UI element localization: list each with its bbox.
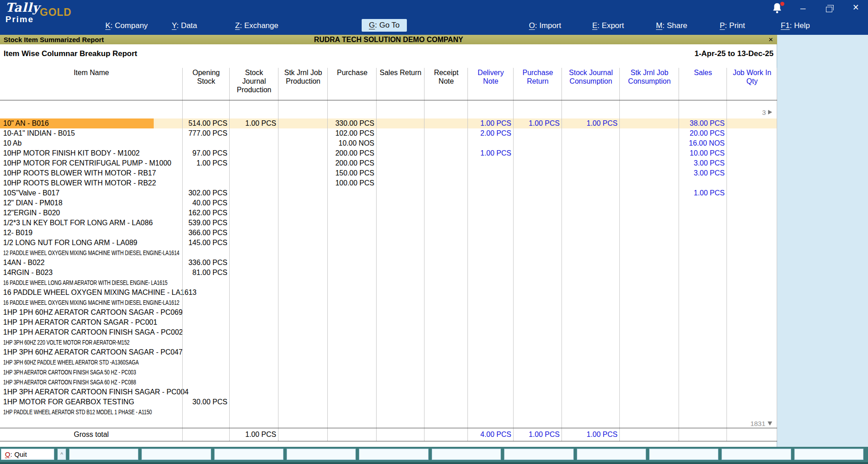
item-name-cell: 1/2*3 LN KEY BOLT FOR LONG ARM - LA086: [0, 218, 183, 228]
item-name: 1HP MOTOR FOR GEARBOX TESTING: [3, 398, 134, 406]
column-header-stock-journal-production: Stock Journal Production: [230, 68, 278, 99]
menu-go-to[interactable]: G:Go To: [362, 19, 407, 32]
menu-share[interactable]: M:Share: [656, 19, 687, 33]
empty-button-slot: [432, 449, 501, 460]
table-row[interactable]: 1HP PADDLE WHEEL AERATOR STD B12 MODEL 1…: [0, 407, 777, 417]
table-row[interactable]: 10HP MOTOR FOR CENTRIFUGAL PUMP - M10001…: [0, 158, 777, 168]
table-row[interactable]: 1HP 3PH 60HZ 220 VOLTE MOTOR FOR AERATOR…: [0, 337, 777, 347]
table-row[interactable]: 12 PADDLE WHEEL OXYGEN MIXING MACHINE WI…: [0, 248, 777, 258]
more-columns-count: 3: [762, 109, 766, 116]
item-name-cell: 10HP ROOTS BLOWER WITH MOTOR - RB17: [0, 168, 183, 178]
table-row[interactable]: 10HP ROOTS BLOWER WITH MOTOR - RB22100.0…: [0, 178, 777, 188]
cell-opening-stock: 40.00 PCS: [183, 198, 230, 208]
table-row[interactable]: 12" DIAN - PM01840.00 PCS: [0, 198, 777, 208]
cell-stock-journal-production: 1.00 PCS: [230, 118, 278, 128]
table-row[interactable]: 1/2*3 LN KEY BOLT FOR LONG ARM - LA08653…: [0, 218, 777, 228]
table-row[interactable]: 14AN - B022336.00 PCS: [0, 258, 777, 268]
gross-total-bottom-rule: [0, 441, 777, 441]
gross-cell-stock-journal-production: 1.00 PCS: [230, 428, 278, 440]
table-row[interactable]: 1HP 3PH 60HZ AERATOR CARTOON SAGAR - PC0…: [0, 347, 777, 357]
item-name: 16 PADDLE WHEEL OXYGEN MIXING MACHINE WI…: [3, 298, 179, 308]
cell-purchase: 200.00 PCS: [328, 158, 377, 168]
grid-line: [513, 68, 514, 441]
menu-help[interactable]: F1:Help: [781, 19, 810, 33]
menu-exchange[interactable]: Z:Exchange: [235, 19, 278, 33]
column-header-receipt-note: Receipt Note: [425, 68, 468, 99]
table-row[interactable]: 1HP 3PH 60HZ PADDLE WHEEL AERATOR STD -A…: [0, 357, 777, 367]
item-name: 1HP 1PH AERATOR CARTOON FINISH SAGA - PC…: [3, 328, 183, 336]
table-row[interactable]: 10-A1" INDIAN - B015777.00 PCS102.00 PCS…: [0, 128, 777, 138]
item-name-cell: 1HP 3PH 60HZ AERATOR CARTOON SAGAR - PC0…: [0, 347, 183, 357]
quit-button[interactable]: Q:Quit: [1, 449, 54, 460]
table-row[interactable]: 1HP 1PH 60HZ AERATOR CARTOON SAGAR - PC0…: [0, 308, 777, 317]
grid-line: [182, 68, 183, 441]
table-row[interactable]: 10 Ab10.00 NOS16.00 NOS: [0, 138, 777, 148]
item-name: 10-A1" INDIAN - B015: [3, 129, 75, 137]
empty-button-slot: [649, 449, 718, 460]
more-rows-count: 1831: [750, 420, 765, 427]
more-columns-indicator[interactable]: 3: [0, 108, 772, 117]
gross-total-top-rule: [0, 428, 777, 428]
column-header-stock-journal-consumption: Stock Journal Consumption: [562, 68, 620, 99]
item-name: 1HP 1PH 60HZ AERATOR CARTOON SAGAR - PC0…: [3, 308, 183, 316]
menu-company[interactable]: K:Company: [105, 19, 148, 33]
close-button[interactable]: ×: [850, 1, 862, 14]
cell-opening-stock: 81.00 PCS: [183, 268, 230, 278]
table-row[interactable]: 10" AN - B016514.00 PCS1.00 PCS330.00 PC…: [0, 118, 777, 128]
cell-sales: 16.00 NOS: [679, 138, 727, 148]
item-name: 12- B019: [3, 229, 33, 237]
empty-button-slot: [69, 449, 138, 460]
item-name-cell: 10S"Valve - B017: [0, 188, 183, 198]
menu-data[interactable]: Y:Data: [172, 19, 197, 33]
quit-separator: :: [10, 450, 12, 458]
item-name: 16 PADDLE WHEEL OXYGEN MIXING MACHINE - …: [3, 289, 197, 296]
table-row[interactable]: 12"ERGIN - B020162.00 PCS: [0, 208, 777, 218]
table-row[interactable]: 1HP MOTOR FOR GEARBOX TESTING30.00 PCS: [0, 397, 777, 407]
maximize-button[interactable]: [826, 7, 832, 12]
table-row[interactable]: 14RGIN - B02381.00 PCS: [0, 268, 777, 278]
cell-delivery-note: 1.00 PCS: [468, 148, 514, 158]
notifications-bell-button[interactable]: [772, 3, 784, 14]
table-row[interactable]: 16 PADDLE WHEEL OXYGEN MIXING MACHINE WI…: [0, 298, 777, 308]
item-name-cell: 1HP MOTOR FOR GEARBOX TESTING: [0, 397, 183, 407]
item-name: 1/2 LONG NUT FOR LONG ARM - LA089: [3, 239, 137, 246]
expand-toggle[interactable]: ^: [57, 449, 66, 460]
column-header-sales-return: Sales Return: [377, 68, 425, 99]
item-name-cell: 1HP 3PH AERATOR CARTOON FINISH SAGA 60 H…: [0, 377, 183, 387]
item-name-cell: 12"ERGIN - B020: [0, 208, 183, 218]
cell-opening-stock: 97.00 PCS: [183, 148, 230, 158]
item-name: 12 PADDLE WHEEL OXYGEN MIXING MACHINE WI…: [3, 248, 179, 258]
cell-sales: 38.00 PCS: [679, 118, 727, 128]
table-row[interactable]: 1/2 LONG NUT FOR LONG ARM - LA089145.00 …: [0, 238, 777, 248]
table-row[interactable]: 16 PADDLE WHEEL LONG ARM AERATOR WITH DI…: [0, 278, 777, 288]
menu-print[interactable]: P:Print: [720, 19, 745, 33]
bottom-button-bar: Q:Quit ^: [0, 447, 868, 464]
table-row[interactable]: 1HP 3PH AERATOR CARTOON FINISH SAGA 50 H…: [0, 367, 777, 377]
report-period: 1-Apr-25 to 13-Dec-25: [0, 49, 774, 58]
menu-export[interactable]: E:Export: [592, 19, 624, 33]
empty-button-slot: [794, 449, 863, 460]
more-rows-indicator[interactable]: 1831: [0, 419, 772, 428]
table-row[interactable]: 1HP 1PH AERATOR CARTON SAGAR - PC001: [0, 317, 777, 327]
table-row[interactable]: 10HP ROOTS BLOWER WITH MOTOR - RB17150.0…: [0, 168, 777, 178]
menu-import[interactable]: O:Import: [529, 19, 561, 33]
item-name: 1HP PADDLE WHEEL AERATOR STD B12 MODEL 1…: [3, 407, 152, 417]
report-close-button[interactable]: ×: [769, 35, 773, 44]
table-row[interactable]: 16 PADDLE WHEEL OXYGEN MIXING MACHINE - …: [0, 288, 777, 298]
minimize-button[interactable]: –: [797, 3, 808, 14]
table-row[interactable]: 1HP 1PH AERATOR CARTOON FINISH SAGA - PC…: [0, 327, 777, 337]
table-row[interactable]: 1HP 3PH AERATOR CARTOON FINISH SAGAR - P…: [0, 387, 777, 397]
empty-button-slot: [287, 449, 356, 460]
scroll-down-icon: [768, 421, 772, 426]
empty-button-slot: [142, 449, 211, 460]
table-row[interactable]: 12- B019366.00 PCS: [0, 228, 777, 238]
item-name-cell: 12- B019: [0, 228, 183, 238]
item-name-cell: 1HP 1PH 60HZ AERATOR CARTOON SAGAR - PC0…: [0, 308, 183, 317]
table-row[interactable]: 10HP MOTOR FINISH KIT BODY - M100297.00 …: [0, 148, 777, 158]
table-row[interactable]: 10S"Valve - B017302.00 PCS1.00 PCS: [0, 188, 777, 198]
item-name-cell: 10HP ROOTS BLOWER WITH MOTOR - RB22: [0, 178, 183, 188]
column-header-stk-jrnl-job-production: Stk Jrnl Job Production: [278, 68, 328, 99]
item-name: 1HP 3PH AERATOR CARTOON FINISH SAGA 50 H…: [3, 367, 136, 377]
cell-opening-stock: 145.00 PCS: [183, 238, 230, 248]
table-row[interactable]: 1HP 3PH AERATOR CARTOON FINISH SAGA 60 H…: [0, 377, 777, 387]
